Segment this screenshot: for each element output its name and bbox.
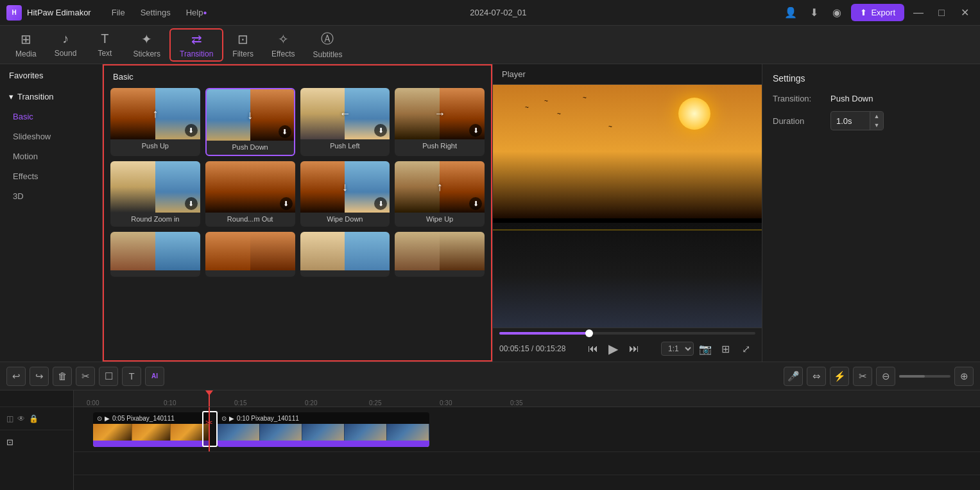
ai-btn[interactable]: AI [145,367,164,386]
transition-card-partial-3[interactable] [300,232,390,277]
transition-card-partial-2[interactable] [205,232,295,277]
eye-icon: 👁 [17,414,25,423]
duration-increment-btn[interactable]: ▲ [870,112,883,121]
round-zoom-in-download[interactable]: ⬇ [185,197,198,210]
step-forward-btn[interactable]: ⏭ [625,340,643,358]
toolbar-subtitles[interactable]: Ⓐ Subtitles [304,28,351,62]
redo-btn[interactable]: ↪ [30,367,49,386]
transition-card-round-zoom-out[interactable]: ⬇ Round...m Out [205,161,295,227]
ruler-tick-20: 0:20 [305,399,317,407]
title-bar: H HitPaw Edimakor File Settings Help● 20… [0,0,980,26]
text-btn[interactable]: T [122,367,141,386]
user-icon-btn[interactable]: 👤 [782,4,800,22]
fullscreen-btn[interactable]: ⤢ [737,340,755,358]
toolbar-stickers[interactable]: ✦ Stickers [124,28,169,62]
transition-card-wipe-down[interactable]: ↓ ⬇ Wipe Down [300,161,390,227]
nav-effects[interactable]: Effects [0,166,102,186]
link-btn[interactable]: ⇔ [807,367,826,386]
nav-motion[interactable]: Motion [0,146,102,166]
step-back-btn[interactable]: ⏮ [584,340,602,358]
playback-controls: ⏮ ▶ ⏭ [584,340,643,358]
zoom-slider[interactable] [899,375,950,378]
nav-3d[interactable]: 3D [0,186,102,206]
zoom-plus-btn[interactable]: ⊕ [954,367,974,386]
cut2-btn[interactable]: ✂ [853,367,872,386]
menu-file[interactable]: File [104,0,133,26]
transition-parent-label: Transition [17,92,54,101]
close-btn[interactable]: ✕ [956,4,974,22]
account-icon-btn[interactable]: ◉ [828,4,846,22]
screenshot-btn[interactable]: 📷 [696,340,714,358]
play-btn[interactable]: ▶ [605,340,623,358]
effects-icon: ✧ [278,31,289,47]
round-zoom-out-download[interactable]: ⬇ [280,197,293,210]
player-video-area: ~ ~ ~ ~ ~ [493,85,762,328]
duration-input-group[interactable]: ▲ ▼ [830,111,884,130]
current-time: 00:05:15 [499,344,529,353]
transition-card-push-right[interactable]: → ⬇ Push Right [395,88,485,156]
mic-btn[interactable]: 🎤 [784,367,803,386]
transition-card-wipe-up[interactable]: ↑ ⬇ Wipe Up [395,161,485,227]
push-up-download[interactable]: ⬇ [185,124,198,137]
delete-btn[interactable]: 🗑 [53,367,72,386]
transition-card-partial-4[interactable] [395,232,485,277]
push-down-download[interactable]: ⬇ [279,125,291,138]
push-right-download[interactable]: ⬇ [469,124,482,137]
player-seekbar[interactable] [499,332,755,335]
duration-spinner: ▲ ▼ [870,112,883,130]
toolbar-transition[interactable]: ⇄ Transition [169,28,223,62]
toolbar-effects[interactable]: ✧ Effects [262,28,304,62]
transition-setting-value: Push Down [830,94,970,103]
round-zoom-in-label: Round Zoom in [110,213,200,227]
menu-help[interactable]: Help● [178,0,215,26]
nav-basic[interactable]: Basic [0,107,102,127]
toolbar-sound[interactable]: ♪ Sound [46,28,86,62]
split-btn[interactable]: ⚡ [830,367,849,386]
time-separator: / [531,344,536,353]
zoom-select[interactable]: 1:1 1:2 2:1 Fit [661,342,694,356]
favorites-header[interactable]: Favorites [0,64,102,87]
transition-card-push-up[interactable]: ↑ ⬇ Push Up [110,88,200,156]
duration-input[interactable] [831,114,870,128]
filters-icon: ⊡ [237,31,248,47]
wipe-down-arrow: ↓ [342,180,348,194]
grid-btn[interactable]: ⊞ [717,340,735,358]
transition-marker[interactable] [202,411,218,447]
export-button[interactable]: ⬆ Export [851,4,904,21]
transition-setting-label: Transition: [773,94,830,103]
transition-card-push-left[interactable]: ← ⬇ Push Left [300,88,390,156]
clip-1[interactable]: ⊙ ▶ 0:05 Pixabay_140111 [93,412,210,447]
download-icon-btn[interactable]: ⬇ [805,4,823,22]
push-right-arrow: → [434,107,445,121]
clip-2-play-icon: ▶ [229,415,234,422]
timeline: ↩ ↪ 🗑 ✂ ☐ T AI 🎤 ⇔ ⚡ ✂ ⊖ ⊕ ◫ 👁 🔒 ⊡ [0,362,980,490]
menu-settings[interactable]: Settings [133,0,178,26]
toolbar-media[interactable]: ⊞ Media [6,28,46,62]
clip-2-icon: ⊙ [221,415,227,422]
undo-btn[interactable]: ↩ [6,367,26,386]
add-track-btn[interactable]: ⊡ [0,430,73,453]
timeline-left-col: ◫ 👁 🔒 ⊡ [0,390,74,490]
toolbar-text-label: Text [98,49,112,58]
title-actions: 👤 ⬇ ◉ ⬆ Export — □ ✕ [782,4,974,22]
nav-slideshow[interactable]: Slideshow [0,127,102,146]
cut-btn[interactable]: ✂ [76,367,95,386]
duration-decrement-btn[interactable]: ▼ [870,121,883,130]
wipe-up-download[interactable]: ⬇ [469,197,482,210]
copy-btn[interactable]: ☐ [99,367,118,386]
clip-2[interactable]: ⊙ ▶ 0:10 Pixabay_140111 [218,412,429,447]
zoom-minus-btn[interactable]: ⊖ [876,367,895,386]
toolbar-filters[interactable]: ⊡ Filters [223,28,262,62]
transition-parent[interactable]: ▾ Transition [0,87,102,107]
export-icon: ⬆ [860,8,867,17]
transition-card-partial-1[interactable] [110,232,200,277]
wipe-up-arrow: ↑ [437,180,443,194]
seekbar-thumb[interactable] [585,329,593,337]
transition-card-push-down[interactable]: ↓ ⬇ Push Down [205,88,295,156]
toolbar-text[interactable]: T Text [85,28,124,62]
settings-panel: Settings Transition: Push Down Duration … [762,64,980,362]
maximize-btn[interactable]: □ [933,4,950,22]
minimize-btn[interactable]: — [909,4,927,22]
transition-card-round-zoom-in[interactable]: ⬇ Round Zoom in [110,161,200,227]
playhead-top-arrow [205,390,213,396]
